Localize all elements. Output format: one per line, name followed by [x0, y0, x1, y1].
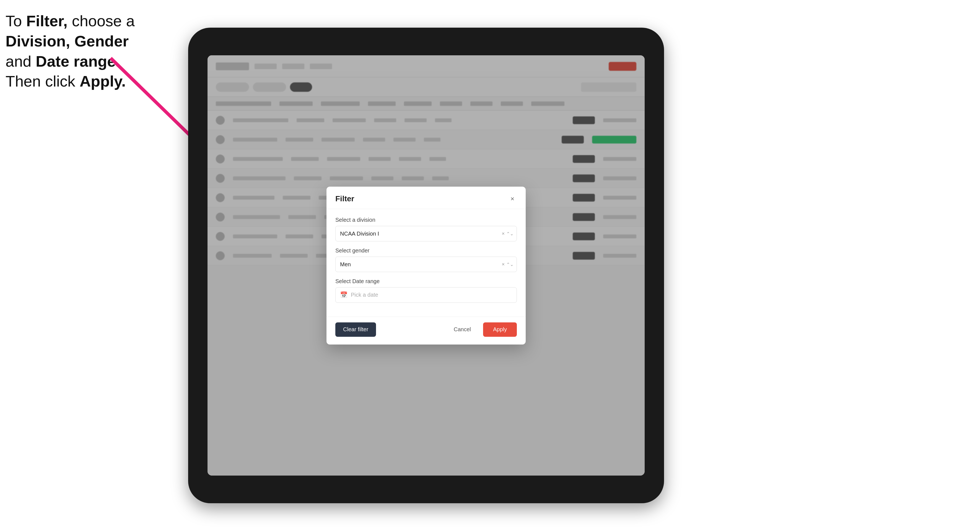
instruction-division-gender-bold: Division, Gender — [6, 32, 129, 50]
date-input[interactable]: 📅 Pick a date — [335, 287, 517, 303]
calendar-icon: 📅 — [340, 291, 347, 298]
modal-overlay: Filter × Select a division NCAA Division… — [207, 55, 645, 476]
filter-modal: Filter × Select a division NCAA Division… — [326, 187, 526, 344]
division-select[interactable]: NCAA Division I — [335, 226, 517, 241]
modal-body: Select a division NCAA Division I × ⌃⌄ — [326, 209, 526, 317]
modal-title: Filter — [335, 194, 354, 203]
date-form-group: Select Date range 📅 Pick a date — [335, 278, 517, 303]
instruction-apply-bold: Apply. — [80, 73, 126, 90]
modal-close-button[interactable]: × — [508, 194, 517, 203]
footer-right-actions: Cancel Apply — [446, 322, 517, 337]
division-select-wrapper[interactable]: NCAA Division I × ⌃⌄ — [335, 226, 517, 241]
instruction-block: To Filter, choose a Division, Gender and… — [6, 11, 166, 92]
gender-select-wrapper[interactable]: Men × ⌃⌄ — [335, 257, 517, 272]
gender-select[interactable]: Men — [335, 257, 517, 272]
tablet-device: Filter × Select a division NCAA Division… — [188, 28, 664, 503]
division-label: Select a division — [335, 217, 517, 223]
apply-button[interactable]: Apply — [483, 322, 517, 337]
date-placeholder-text: Pick a date — [351, 292, 378, 298]
gender-clear-icon[interactable]: × — [502, 261, 505, 267]
instruction-filter-bold: Filter, — [26, 12, 67, 30]
gender-form-group: Select gender Men × ⌃⌄ — [335, 248, 517, 272]
modal-footer: Clear filter Cancel Apply — [326, 317, 526, 344]
instruction-date-bold: Date range. — [36, 52, 120, 70]
date-label: Select Date range — [335, 278, 517, 284]
division-form-group: Select a division NCAA Division I × ⌃⌄ — [335, 217, 517, 241]
clear-filter-button[interactable]: Clear filter — [335, 322, 376, 337]
tablet-screen: Filter × Select a division NCAA Division… — [207, 55, 645, 476]
modal-header: Filter × — [326, 187, 526, 209]
gender-label: Select gender — [335, 248, 517, 254]
division-clear-icon[interactable]: × — [502, 230, 505, 237]
cancel-button[interactable]: Cancel — [446, 322, 479, 337]
